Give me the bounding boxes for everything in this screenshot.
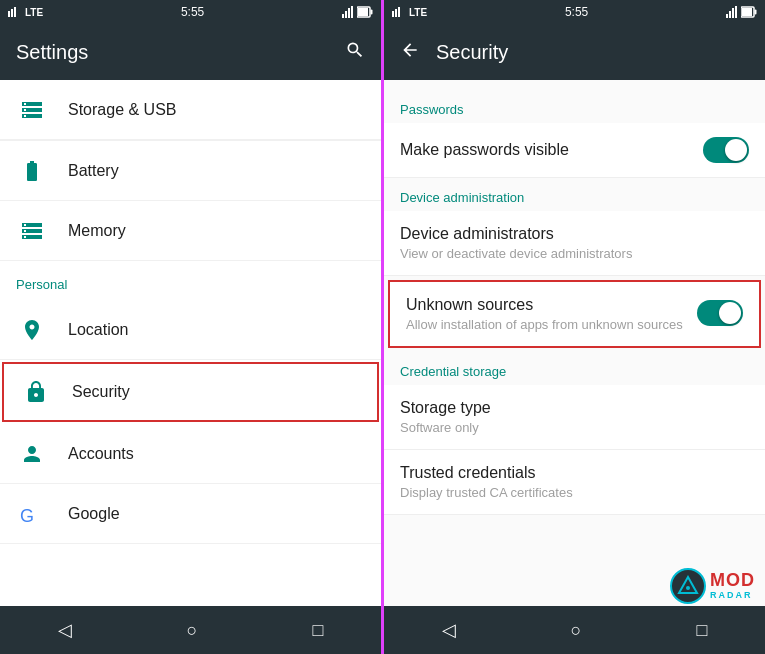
svg-rect-15 xyxy=(729,11,731,18)
svg-rect-8 xyxy=(370,10,372,15)
battery-text: Battery xyxy=(68,162,365,180)
personal-header: Personal xyxy=(0,261,381,300)
location-icon xyxy=(16,314,48,346)
location-text: Location xyxy=(68,321,365,339)
google-title: Google xyxy=(68,505,365,523)
watermark-text-block: MOD RADAR xyxy=(710,571,755,601)
svg-rect-13 xyxy=(398,7,400,17)
google-icon: G xyxy=(16,498,48,530)
svg-marker-21 xyxy=(679,577,697,593)
google-text: Google xyxy=(68,505,365,523)
lte-label: LTE xyxy=(25,7,43,18)
device-admins-text: Device administrators View or deactivate… xyxy=(400,225,749,261)
back-icon[interactable] xyxy=(400,40,420,65)
unknown-sources-text: Unknown sources Allow installation of ap… xyxy=(406,296,697,332)
toggle-knob-2 xyxy=(719,302,741,324)
watermark-circle xyxy=(670,568,706,604)
trusted-cred-text: Trusted credentials Display trusted CA c… xyxy=(400,464,749,500)
svg-rect-3 xyxy=(342,14,344,18)
accounts-title: Accounts xyxy=(68,445,365,463)
right-recent-button[interactable]: □ xyxy=(673,612,732,649)
passwords-visible-title: Make passwords visible xyxy=(400,141,703,159)
left-panel: LTE 5:55 Settings Storage & USB xyxy=(0,0,381,654)
unknown-sources-subtitle: Allow installation of apps from unknown … xyxy=(406,317,697,332)
memory-title: Memory xyxy=(68,222,365,240)
security-item-unknown-sources[interactable]: Unknown sources Allow installation of ap… xyxy=(388,280,761,348)
right-panel-wrapper: LTE 5:55 Security Passwords Make passwor… xyxy=(384,0,765,654)
trusted-cred-subtitle: Display trusted CA certificates xyxy=(400,485,749,500)
svg-rect-4 xyxy=(345,11,347,18)
right-time: 5:55 xyxy=(565,5,588,19)
watermark-mod: MOD xyxy=(710,571,755,591)
storage-type-title: Storage type xyxy=(400,399,749,417)
right-nav-bar: ◁ ○ □ xyxy=(384,606,765,654)
accounts-icon xyxy=(16,438,48,470)
right-lte-label: LTE xyxy=(409,7,427,18)
settings-item-accounts[interactable]: Accounts xyxy=(0,424,381,484)
settings-title: Settings xyxy=(16,41,345,64)
settings-item-battery[interactable]: Battery xyxy=(0,141,381,201)
storage-type-subtitle: Software only xyxy=(400,420,749,435)
passwords-visible-toggle[interactable] xyxy=(703,137,749,163)
svg-rect-20 xyxy=(742,8,752,16)
settings-item-location[interactable]: Location xyxy=(0,300,381,360)
settings-item-security[interactable]: Security xyxy=(2,362,379,422)
storage-text: Storage & USB xyxy=(68,101,365,119)
wifi-icon xyxy=(8,7,22,17)
right-wifi-icon xyxy=(392,7,406,17)
settings-item-memory[interactable]: Memory xyxy=(0,201,381,261)
svg-rect-0 xyxy=(8,11,10,17)
unknown-sources-toggle[interactable] xyxy=(697,300,743,326)
security-list: Passwords Make passwords visible Device … xyxy=(384,80,765,606)
signal-bars-icon xyxy=(342,6,354,18)
right-battery-icon xyxy=(741,6,757,18)
home-button[interactable]: ○ xyxy=(163,612,222,649)
svg-rect-19 xyxy=(754,10,756,15)
search-icon[interactable] xyxy=(345,40,365,65)
security-icon xyxy=(20,376,52,408)
memory-text: Memory xyxy=(68,222,365,240)
svg-rect-11 xyxy=(392,11,394,17)
passwords-visible-text: Make passwords visible xyxy=(400,141,703,159)
watermark-logo xyxy=(677,575,699,597)
right-status-icons xyxy=(342,6,373,18)
security-title-toolbar: Security xyxy=(436,41,749,64)
security-item-device-admins[interactable]: Device administrators View or deactivate… xyxy=(384,211,765,276)
security-item-passwords-visible[interactable]: Make passwords visible xyxy=(384,123,765,178)
svg-text:G: G xyxy=(20,506,34,526)
right-right-icons xyxy=(726,6,757,18)
svg-rect-5 xyxy=(348,8,350,18)
storage-title: Storage & USB xyxy=(68,101,365,119)
unknown-sources-title: Unknown sources xyxy=(406,296,697,314)
recent-button[interactable]: □ xyxy=(289,612,348,649)
svg-rect-2 xyxy=(14,7,16,17)
security-item-storage-type[interactable]: Storage type Software only xyxy=(384,385,765,450)
accounts-text: Accounts xyxy=(68,445,365,463)
left-status-icons: LTE xyxy=(8,7,43,18)
settings-item-google[interactable]: G Google xyxy=(0,484,381,544)
svg-rect-9 xyxy=(358,8,368,16)
battery-title: Battery xyxy=(68,162,365,180)
svg-rect-6 xyxy=(351,6,353,18)
storage-type-text: Storage type Software only xyxy=(400,399,749,435)
left-nav-bar: ◁ ○ □ xyxy=(0,606,381,654)
left-status-bar: LTE 5:55 xyxy=(0,0,381,24)
toggle-knob xyxy=(725,139,747,161)
right-home-button[interactable]: ○ xyxy=(547,612,606,649)
security-item-trusted-credentials[interactable]: Trusted credentials Display trusted CA c… xyxy=(384,450,765,515)
security-text: Security xyxy=(72,383,361,401)
back-button[interactable]: ◁ xyxy=(34,611,96,649)
right-back-button[interactable]: ◁ xyxy=(418,611,480,649)
left-time: 5:55 xyxy=(181,5,204,19)
svg-rect-16 xyxy=(732,8,734,18)
svg-rect-1 xyxy=(11,9,13,17)
svg-rect-14 xyxy=(726,14,728,18)
device-admins-title: Device administrators xyxy=(400,225,749,243)
watermark-radar: RADAR xyxy=(710,591,755,601)
device-admins-subtitle: View or deactivate device administrators xyxy=(400,246,749,261)
battery-status-icon xyxy=(357,6,373,18)
passwords-header: Passwords xyxy=(384,90,765,123)
watermark: MOD RADAR xyxy=(670,568,755,604)
svg-point-22 xyxy=(686,586,690,590)
settings-item-storage[interactable]: Storage & USB xyxy=(0,80,381,140)
